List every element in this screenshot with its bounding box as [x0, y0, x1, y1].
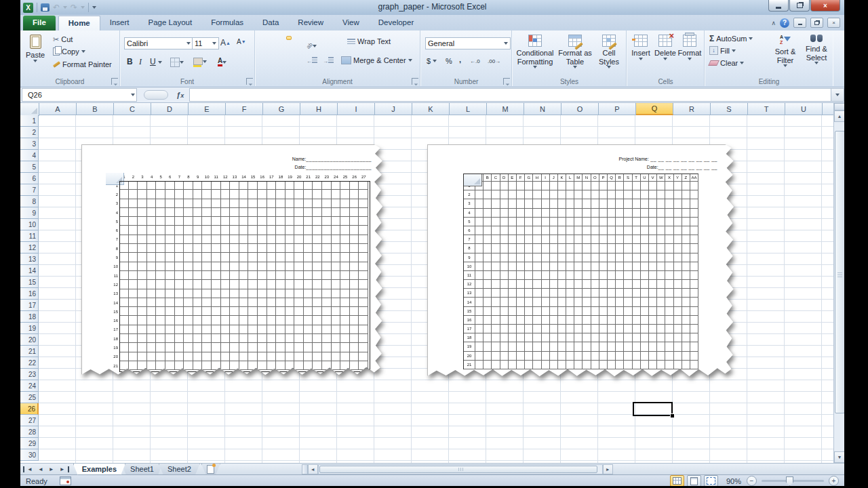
row-header-10[interactable]: 10 — [20, 219, 39, 230]
row-header-4[interactable]: 4 — [20, 150, 39, 161]
percent-style-button[interactable]: % — [446, 57, 452, 65]
sheet-tab-examples[interactable]: Examples — [73, 464, 125, 475]
fill-button[interactable]: ↓Fill — [709, 46, 736, 55]
format-painter-button[interactable]: Format Painter — [53, 60, 112, 68]
font-family-combo[interactable]: Calibri — [124, 37, 193, 49]
scroll-down-icon[interactable]: ▼ — [834, 451, 844, 463]
vertical-split-handle[interactable] — [834, 103, 844, 110]
column-header-E[interactable]: E — [189, 103, 226, 115]
column-header-P[interactable]: P — [599, 103, 636, 115]
column-headers[interactable]: ABCDEFGHIJKLMNOPQRSTU — [20, 103, 833, 115]
row-header-5[interactable]: 5 — [20, 161, 39, 173]
orientation-button[interactable]: ab — [304, 36, 319, 52]
column-header-Q[interactable]: Q — [636, 103, 673, 115]
row-header-15[interactable]: 15 — [20, 277, 39, 288]
row-header-13[interactable]: 13 — [20, 253, 39, 265]
font-color-button[interactable]: A — [215, 56, 229, 68]
normal-view-button[interactable] — [670, 475, 684, 486]
previous-sheet-icon[interactable]: ◄ — [35, 466, 46, 472]
scroll-right-icon[interactable]: ► — [603, 464, 613, 474]
clipboard-dialog-launcher-icon[interactable] — [111, 78, 118, 85]
top-align-button[interactable] — [259, 36, 264, 40]
wrap-text-button[interactable]: Wrap Text — [347, 37, 391, 45]
select-all-corner[interactable] — [20, 103, 39, 116]
row-header-28[interactable]: 28 — [20, 426, 39, 438]
row-header-9[interactable]: 9 — [20, 207, 39, 219]
font-size-combo[interactable]: 11 — [192, 37, 219, 49]
row-header-18[interactable]: 18 — [20, 311, 39, 323]
bottom-align-button[interactable] — [286, 36, 292, 40]
active-cell-selection[interactable] — [633, 402, 673, 416]
column-header-J[interactable]: J — [375, 103, 412, 115]
align-center-button[interactable] — [273, 55, 278, 59]
sheet-tab-sheet1[interactable]: Sheet1 — [121, 464, 163, 475]
decrease-indent-button[interactable]: ← — [304, 55, 320, 66]
tab-split-handle[interactable] — [302, 464, 308, 474]
worksheet-area[interactable]: ABCDEFGHIJKLMNOPQRSTU 123456789101112131… — [20, 103, 833, 463]
tab-formulas[interactable]: Formulas — [201, 16, 253, 30]
cut-button[interactable]: ✂Cut — [53, 35, 73, 43]
graph-paper-image-2[interactable]: Project Name: __ __ __ __ __ __ __ __ __… — [427, 144, 739, 380]
name-box-dropdown-icon[interactable] — [131, 94, 135, 96]
help-icon[interactable]: ? — [780, 18, 789, 28]
find-select-button[interactable]: Find & Select — [802, 32, 831, 64]
conditional-formatting-button[interactable]: Conditional Formatting — [514, 32, 556, 68]
format-as-table-button[interactable]: Format as Table — [557, 32, 593, 68]
workbook-close-icon[interactable]: × — [827, 18, 840, 28]
row-header-3[interactable]: 3 — [20, 138, 39, 150]
row-header-24[interactable]: 24 — [20, 380, 39, 392]
column-header-A[interactable]: A — [39, 103, 77, 115]
expand-formula-bar-button[interactable] — [831, 88, 844, 102]
column-header-G[interactable]: G — [263, 103, 300, 115]
align-right-button[interactable] — [286, 55, 292, 59]
formula-bar-splitter[interactable] — [137, 89, 175, 100]
column-header-B[interactable]: B — [77, 103, 114, 115]
row-header-27[interactable]: 27 — [20, 415, 39, 426]
page-layout-view-button[interactable] — [687, 475, 701, 486]
column-header-R[interactable]: R — [673, 103, 711, 115]
underline-dropdown-icon[interactable] — [158, 61, 162, 64]
tab-insert[interactable]: Insert — [100, 16, 139, 30]
sort-filter-button[interactable]: AZ Sort & Filter — [770, 32, 800, 67]
row-header-19[interactable]: 19 — [20, 323, 39, 334]
row-header-26[interactable]: 26 — [20, 403, 39, 415]
column-header-T[interactable]: T — [748, 103, 785, 115]
macro-record-icon[interactable] — [60, 476, 71, 485]
underline-button[interactable]: U — [147, 56, 159, 68]
row-header-30[interactable]: 30 — [20, 449, 39, 461]
close-button[interactable]: × — [810, 0, 840, 12]
increase-indent-button[interactable]: → — [320, 55, 336, 66]
number-format-combo[interactable]: General — [425, 37, 511, 49]
insert-worksheet-button[interactable] — [201, 464, 220, 475]
increase-decimal-button[interactable]: ←.0 — [470, 58, 480, 64]
graph-paper-image-1[interactable]: Name:______________________Date:________… — [81, 144, 388, 378]
alignment-dialog-launcher-icon[interactable] — [412, 78, 418, 85]
shrink-font-button[interactable]: A▼ — [234, 37, 249, 47]
row-header-21[interactable]: 21 — [20, 346, 39, 357]
scroll-up-icon[interactable]: ▲ — [834, 110, 844, 122]
column-header-U[interactable]: U — [785, 103, 823, 115]
row-header-1[interactable]: 1 — [20, 115, 39, 127]
zoom-slider[interactable] — [762, 480, 824, 482]
tab-home[interactable]: Home — [58, 16, 100, 31]
tab-developer[interactable]: Developer — [369, 16, 423, 30]
next-sheet-icon[interactable]: ► — [46, 466, 57, 472]
column-header-H[interactable]: H — [300, 103, 338, 115]
row-header-20[interactable]: 20 — [20, 334, 39, 346]
column-header-N[interactable]: N — [524, 103, 561, 115]
middle-align-button[interactable] — [273, 36, 278, 40]
name-box[interactable]: Q26 — [22, 88, 137, 102]
column-header-I[interactable]: I — [338, 103, 375, 115]
row-header-23[interactable]: 23 — [20, 369, 39, 380]
grow-font-button[interactable]: A▲ — [218, 37, 233, 49]
row-header-7[interactable]: 7 — [20, 184, 39, 196]
tab-review[interactable]: Review — [288, 16, 333, 30]
insert-cells-button[interactable]: Insert — [629, 32, 653, 60]
scroll-left-icon[interactable]: ◄ — [308, 464, 318, 474]
comma-style-button[interactable]: , — [459, 56, 461, 64]
align-left-button[interactable] — [259, 55, 264, 59]
delete-cells-button[interactable]: Delete — [653, 32, 677, 60]
zoom-out-icon[interactable]: − — [747, 476, 757, 486]
row-header-11[interactable]: 11 — [20, 230, 39, 242]
minimize-button[interactable] — [768, 0, 789, 12]
